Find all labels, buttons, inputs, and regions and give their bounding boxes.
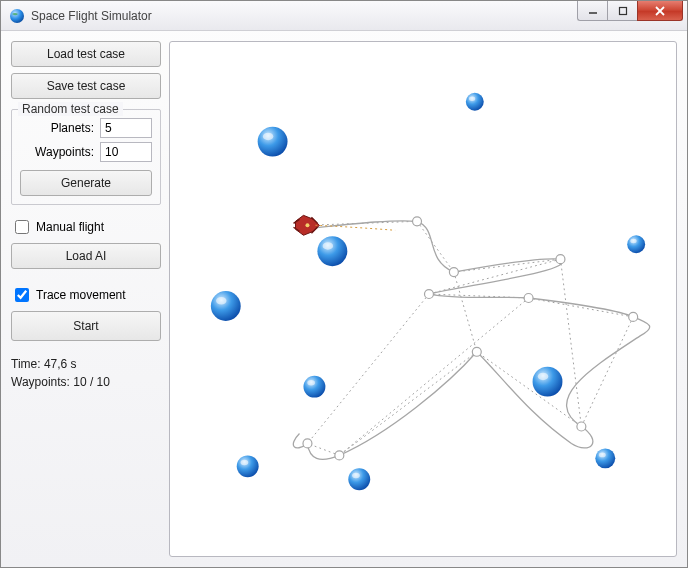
- waypoint-marker: [524, 294, 533, 303]
- waypoint-marker: [472, 347, 481, 356]
- status-block: Time: 47,6 s Waypoints: 10 / 10: [11, 355, 161, 391]
- planet-icon: [348, 468, 370, 490]
- svg-point-26: [323, 242, 333, 249]
- planet-icon: [211, 291, 241, 321]
- svg-line-12: [477, 352, 582, 427]
- planet-icon: [303, 376, 325, 398]
- svg-point-30: [307, 380, 315, 385]
- trace-path: [293, 221, 649, 460]
- svg-point-29: [303, 376, 325, 398]
- app-icon: [9, 8, 25, 24]
- window-controls: [577, 1, 683, 30]
- svg-point-27: [211, 291, 241, 321]
- waypoint-marker: [449, 268, 458, 277]
- waypoint-marker: [577, 422, 586, 431]
- svg-point-34: [599, 452, 606, 457]
- svg-point-35: [348, 468, 370, 490]
- svg-point-38: [241, 460, 249, 465]
- manual-flight-checkbox[interactable]: [15, 220, 29, 234]
- planet-icon: [466, 93, 484, 111]
- waypoints-input[interactable]: [100, 142, 152, 162]
- waypoint-marker: [413, 217, 422, 226]
- waypoint-marker: [335, 451, 344, 460]
- trace-row: Trace movement: [11, 285, 161, 305]
- random-test-title: Random test case: [18, 102, 123, 116]
- svg-line-13: [339, 352, 476, 456]
- save-test-button[interactable]: Save test case: [11, 73, 161, 99]
- svg-point-23: [627, 235, 645, 253]
- waypoint-marker: [303, 439, 312, 448]
- svg-line-17: [560, 259, 581, 426]
- waypoint-marker: [629, 312, 638, 321]
- content: Load test case Save test case Random tes…: [1, 31, 687, 567]
- manual-flight-label: Manual flight: [36, 220, 104, 234]
- status-waypoints: Waypoints: 10 / 10: [11, 373, 161, 391]
- svg-point-20: [263, 133, 273, 140]
- window-title: Space Flight Simulator: [31, 9, 577, 23]
- planets-label: Planets:: [20, 121, 94, 135]
- sidebar: Load test case Save test case Random tes…: [11, 41, 161, 557]
- svg-line-10: [529, 298, 634, 317]
- planet-icon: [237, 455, 259, 477]
- load-ai-button[interactable]: Load AI: [11, 243, 161, 269]
- svg-point-32: [538, 373, 548, 380]
- svg-point-36: [352, 473, 360, 478]
- svg-rect-2: [619, 7, 626, 14]
- svg-line-14: [307, 443, 339, 455]
- manual-flight-row: Manual flight: [11, 217, 161, 237]
- waypoints-label: Waypoints:: [20, 145, 94, 159]
- svg-point-22: [469, 96, 475, 100]
- app-window: Space Flight Simulator Load test case Sa…: [0, 0, 688, 568]
- svg-point-25: [317, 236, 347, 266]
- minimize-button[interactable]: [577, 1, 607, 21]
- load-test-button[interactable]: Load test case: [11, 41, 161, 67]
- waypoints-row: Waypoints:: [20, 142, 152, 162]
- planet-icon: [258, 127, 288, 157]
- svg-point-19: [258, 127, 288, 157]
- svg-line-6: [417, 221, 454, 272]
- scene-svg: [170, 42, 676, 556]
- svg-point-39: [305, 223, 309, 227]
- svg-point-24: [630, 239, 636, 243]
- planet-icon: [595, 448, 615, 468]
- random-test-group: Random test case Planets: Waypoints: Gen…: [11, 109, 161, 205]
- svg-point-33: [595, 448, 615, 468]
- titlebar: Space Flight Simulator: [1, 1, 687, 31]
- close-button[interactable]: [637, 1, 683, 21]
- waypoint-marker: [556, 255, 565, 264]
- svg-point-28: [216, 297, 226, 304]
- trace-movement-label: Trace movement: [36, 288, 126, 302]
- trace-movement-checkbox[interactable]: [15, 288, 29, 302]
- svg-line-15: [454, 272, 477, 352]
- planet-icon: [317, 236, 347, 266]
- maximize-button[interactable]: [607, 1, 637, 21]
- svg-point-31: [533, 367, 563, 397]
- planets-input[interactable]: [100, 118, 152, 138]
- start-button[interactable]: Start: [11, 311, 161, 341]
- svg-line-8: [429, 259, 560, 294]
- svg-point-0: [10, 9, 24, 23]
- status-time: Time: 47,6 s: [11, 355, 161, 373]
- svg-point-37: [237, 455, 259, 477]
- planets-row: Planets:: [20, 118, 152, 138]
- planet-icon: [533, 367, 563, 397]
- svg-line-16: [307, 294, 429, 443]
- waypoint-marker: [424, 290, 433, 299]
- planet-icon: [627, 235, 645, 253]
- svg-point-21: [466, 93, 484, 111]
- simulation-canvas[interactable]: [169, 41, 677, 557]
- generate-button[interactable]: Generate: [20, 170, 152, 196]
